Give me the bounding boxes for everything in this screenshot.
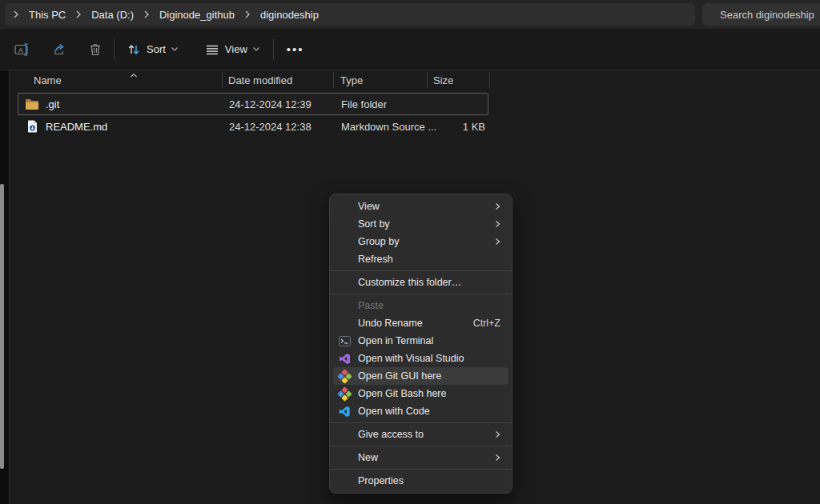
menu-item-label: Open Git Bash here	[358, 388, 446, 399]
git-icon	[338, 387, 351, 400]
breadcrumb-item-data-d[interactable]: Data (D:)	[86, 9, 139, 21]
menu-separator	[330, 422, 512, 423]
chevron-right-icon	[239, 10, 255, 18]
menu-item-customize-this-folder[interactable]: Customize this folder…	[333, 274, 508, 291]
submenu-chevron-icon	[495, 220, 500, 228]
file-date: 24-12-2024 12:39	[229, 98, 341, 110]
nav-scrollbar[interactable]	[0, 184, 4, 469]
menu-item-label: Open with Code	[358, 406, 430, 417]
table-row-git[interactable]: .git 24-12-2024 12:39 File folder	[18, 93, 488, 115]
menu-item-label: Open with Visual Studio	[358, 353, 464, 364]
menu-item-label: New	[358, 452, 378, 463]
column-header-name[interactable]: Name	[10, 72, 223, 88]
sort-arrows-icon	[127, 43, 140, 56]
search-placeholder: Search diginodeship	[720, 9, 814, 21]
menu-separator	[330, 469, 512, 470]
rename-icon: A	[14, 43, 30, 56]
breadcrumb-item-diginodeship[interactable]: diginodeship	[255, 9, 324, 21]
toolbar-divider	[273, 39, 274, 60]
column-header-size[interactable]: Size	[428, 72, 490, 88]
view-button[interactable]: View	[198, 35, 268, 64]
menu-item-group-by[interactable]: Group by	[333, 233, 508, 250]
share-button[interactable]	[45, 35, 75, 64]
menu-item-label: Open Git GUI here	[358, 370, 441, 382]
chevron-right-icon	[8, 10, 24, 18]
menu-item-label: Give access to	[358, 429, 424, 440]
pane-divider[interactable]	[9, 70, 10, 504]
column-header-type[interactable]: Type	[334, 72, 428, 88]
menu-item-label: Undo Rename	[358, 318, 423, 329]
rename-button[interactable]: A	[6, 35, 38, 64]
file-type: Markdown Source ...	[341, 121, 428, 133]
see-more-icon: •••	[287, 43, 304, 55]
breadcrumb-item-diginode-github[interactable]: Diginode_github	[155, 9, 239, 21]
context-menu: View Sort by Group by Refresh Customize …	[329, 194, 512, 494]
file-date: 24-12-2024 12:38	[229, 121, 341, 133]
menu-item-undo-rename[interactable]: Undo Rename Ctrl+Z	[333, 314, 508, 332]
menu-shortcut: Ctrl+Z	[473, 318, 500, 329]
visual-studio-icon	[338, 352, 351, 365]
submenu-chevron-icon	[495, 238, 500, 246]
file-name: README.md	[46, 121, 107, 133]
menu-item-open-in-terminal[interactable]: Open in Terminal	[333, 332, 508, 350]
submenu-chevron-icon	[495, 202, 500, 210]
command-toolbar: A	[0, 29, 820, 70]
chevron-right-icon	[139, 10, 155, 18]
menu-item-label: Group by	[358, 236, 399, 247]
menu-item-properties[interactable]: Properties	[333, 472, 508, 490]
menu-item-open-with-visual-studio[interactable]: Open with Visual Studio	[333, 350, 508, 367]
menu-separator	[330, 270, 512, 271]
menu-item-label: Properties	[358, 475, 404, 486]
file-size: 1 KB	[428, 121, 489, 133]
see-more-button[interactable]: •••	[279, 35, 312, 64]
vscode-icon	[338, 405, 351, 418]
menu-separator	[330, 446, 512, 446]
view-list-icon	[206, 44, 219, 55]
toolbar-divider	[114, 39, 115, 60]
menu-item-open-git-bash-here[interactable]: Open Git Bash here	[333, 385, 508, 402]
submenu-chevron-icon	[495, 430, 500, 438]
menu-item-open-with-code[interactable]: Open with Code	[333, 402, 508, 420]
view-button-label: View	[225, 43, 247, 55]
breadcrumb[interactable]: This PC Data (D:) Diginode_github digino…	[5, 3, 695, 26]
column-header-date-modified[interactable]: Date modified	[223, 72, 334, 88]
menu-item-view[interactable]: View	[333, 198, 508, 215]
menu-item-label: Customize this folder…	[358, 277, 461, 288]
address-bar: This PC Data (D:) Diginode_github digino…	[0, 0, 820, 29]
delete-icon	[90, 43, 101, 56]
menu-item-label: Refresh	[358, 254, 393, 265]
menu-item-label: Paste	[358, 300, 384, 311]
menu-item-label: Open in Terminal	[358, 335, 433, 346]
search-input[interactable]: Search diginodeship	[702, 3, 820, 26]
git-icon	[338, 370, 351, 382]
submenu-chevron-icon	[495, 454, 500, 462]
menu-item-paste: Paste	[333, 297, 508, 314]
terminal-icon	[338, 334, 351, 347]
column-headers: Name Date modified Type Size	[10, 70, 490, 90]
chevron-right-icon	[70, 10, 86, 18]
menu-item-open-git-gui-here[interactable]: Open Git GUI here	[333, 367, 508, 385]
menu-item-label: View	[358, 201, 380, 212]
delete-button[interactable]	[82, 35, 109, 64]
menu-separator	[330, 294, 512, 294]
menu-item-give-access-to[interactable]: Give access to	[333, 426, 508, 443]
menu-item-label: Sort by	[358, 218, 390, 230]
menu-item-refresh[interactable]: Refresh	[333, 250, 508, 268]
folder-icon	[25, 98, 39, 110]
share-icon	[53, 43, 67, 56]
menu-item-sort-by[interactable]: Sort by	[333, 215, 508, 233]
sort-ascending-icon	[130, 69, 138, 81]
menu-item-new[interactable]: New	[333, 449, 508, 466]
breadcrumb-item-this-pc[interactable]: This PC	[24, 9, 70, 21]
file-type: File folder	[341, 98, 428, 110]
chevron-down-icon	[252, 46, 260, 52]
chevron-down-icon	[171, 46, 179, 52]
svg-text:A: A	[18, 46, 23, 54]
table-row-readme[interactable]: README.md 24-12-2024 12:38 Markdown Sour…	[18, 115, 488, 138]
markdown-file-icon	[25, 120, 39, 133]
sort-button-label: Sort	[147, 43, 166, 55]
file-name: .git	[46, 98, 59, 110]
sort-button[interactable]: Sort	[119, 35, 187, 64]
